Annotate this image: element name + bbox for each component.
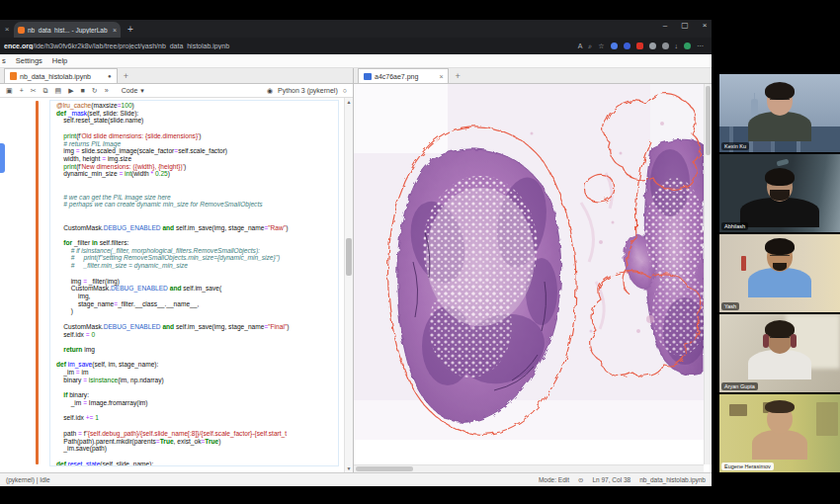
new-tab-button[interactable]: +: [121, 24, 140, 38]
kernel-name[interactable]: Python 3 (pykernel): [278, 87, 338, 94]
code-scrollbar[interactable]: ▲ ▼: [344, 98, 353, 472]
chevron-down-icon: ▾: [140, 87, 144, 95]
participant-figure: [748, 324, 811, 379]
toolbar-icons: ▣+✂⧉▤▶■↻»: [6, 87, 109, 94]
ext-translate-icon[interactable]: [611, 42, 618, 49]
wall-lamp: [777, 159, 790, 167]
notebook-tabbar: nb_data_histolab.ipynb ● +: [0, 68, 353, 84]
image-vscroll-thumb[interactable]: [706, 86, 711, 155]
ext-generic-icon[interactable]: [649, 42, 656, 49]
notebook-tab[interactable]: nb_data_histolab.ipynb ●: [4, 68, 118, 83]
headphones-icon: [763, 334, 769, 348]
participant-name: Yash: [721, 302, 739, 310]
paste-cell-icon[interactable]: ▤: [55, 87, 62, 94]
url-text[interactable]: ence.org/ide/h3w0fv6kr2k8v/lab/tree/proj…: [4, 42, 578, 49]
image-hscroll-thumb[interactable]: [356, 466, 413, 471]
browser-tab-title: nb_data_hist... - JupyterLab: [28, 27, 110, 34]
favorites-icon[interactable]: ☆: [598, 42, 604, 49]
video-tile[interactable]: Eugene Herasimov: [719, 394, 840, 472]
browser-tab-jupyterlab[interactable]: nb_data_hist... - JupyterLab ×: [14, 22, 121, 38]
tab-close-icon[interactable]: ×: [113, 27, 117, 34]
sessions-icon[interactable]: ⊙: [578, 476, 583, 484]
participant-figure: [740, 172, 819, 227]
stop-kernel-icon[interactable]: ■: [81, 87, 85, 94]
video-call-stage: × nb_data_hist... - JupyterLab × + –▢× e…: [0, 0, 840, 504]
kernel-status-icon[interactable]: ○: [343, 87, 347, 94]
debugger-bug-icon[interactable]: ◉: [267, 87, 273, 95]
image-horizontal-scrollbar[interactable]: [354, 464, 704, 472]
histology-image-view[interactable]: [354, 84, 712, 472]
active-cell-indicator: [36, 101, 39, 464]
minimize-icon[interactable]: –: [660, 21, 670, 30]
mode-indicator[interactable]: Mode: Edit: [539, 476, 569, 483]
video-tile[interactable]: Yash: [719, 234, 840, 312]
scroll-up-icon[interactable]: ▲: [345, 99, 353, 105]
close-icon[interactable]: ×: [700, 21, 710, 30]
browser-tabstrip: × nb_data_hist... - JupyterLab × + –▢×: [0, 20, 712, 38]
code-editor[interactable]: @lru_cache(maxsize=100)def _mask(self, s…: [0, 98, 353, 472]
scrollbar-thumb[interactable]: [346, 238, 352, 276]
menu-settings[interactable]: Settings: [16, 56, 42, 65]
more-menu-icon[interactable]: ⋯: [697, 42, 704, 49]
add-cell-icon[interactable]: +: [20, 87, 24, 94]
participant-figure: [748, 242, 811, 297]
notebook-tab-label: nb_data_histolab.ipynb: [20, 73, 91, 80]
image-tab[interactable]: a4c76ae7.png ×: [358, 68, 449, 83]
cut-cell-icon[interactable]: ✂: [31, 87, 37, 94]
participant-strip: Kexin Ku Abhilash: [719, 74, 840, 474]
menu-fragment[interactable]: s: [2, 56, 6, 65]
video-tile[interactable]: Kexin Ku: [719, 74, 840, 152]
browser-addressbar[interactable]: ence.org/ide/h3w0fv6kr2k8v/lab/tree/proj…: [0, 38, 712, 54]
cell-type-value: Code: [122, 87, 138, 94]
download-icon[interactable]: ↓: [675, 42, 679, 49]
kernel-status-text[interactable]: (pykernel) | Idle: [6, 476, 50, 483]
image-viewer-panel: a4c76ae7.png × +: [354, 68, 712, 472]
addressbar-icons: A⌕☆↓⋯: [578, 42, 704, 49]
menu-help[interactable]: Help: [52, 56, 67, 65]
picture-frame: [729, 404, 747, 416]
url-path: /ide/h3w0fv6kr2k8v/lab/tree/project/yash…: [33, 42, 229, 49]
red-object-background: [741, 256, 746, 271]
extensions-puzzle-icon[interactable]: [662, 42, 669, 49]
search-icon[interactable]: ⌕: [588, 42, 592, 49]
run-cell-icon[interactable]: ▶: [68, 87, 73, 94]
image-tabbar: a4c76ae7.png × +: [354, 68, 712, 84]
restart-kernel-icon[interactable]: ↻: [92, 87, 98, 94]
code-content[interactable]: @lru_cache(maxsize=100)def _mask(self, s…: [56, 102, 338, 465]
cursor-position[interactable]: Ln 97, Col 38: [592, 476, 630, 483]
browser-sidebar-handle[interactable]: [0, 143, 5, 173]
participant-name: Abhilash: [721, 222, 748, 230]
image-vertical-scrollbar[interactable]: [704, 84, 712, 464]
image-file-icon: [364, 73, 372, 80]
maximize-icon[interactable]: ▢: [680, 21, 690, 30]
notebook-file-icon: [10, 72, 17, 80]
profile-avatar-icon[interactable]: [684, 42, 691, 49]
notebook-toolbar: ▣+✂⧉▤▶■↻» Code ▾ ◉ Python 3 (pykernel) ○: [0, 84, 353, 98]
statusbar-filename: nb_data_histolab.ipynb: [639, 476, 706, 483]
window-controls: –▢×: [660, 21, 710, 30]
ext-adblock-icon[interactable]: [636, 42, 643, 49]
image-tab-label: a4c76ae7.png: [375, 73, 418, 80]
participant-figure: [752, 404, 807, 460]
read-aloud-icon[interactable]: A: [578, 42, 583, 49]
participant-name: Kexin Ku: [721, 142, 749, 150]
video-tile[interactable]: Aryan Gupta: [719, 314, 840, 392]
cell-type-dropdown[interactable]: Code ▾: [122, 87, 144, 95]
shelf-background: [816, 402, 838, 436]
copy-cell-icon[interactable]: ⧉: [43, 87, 48, 94]
browser-window: × nb_data_hist... - JupyterLab × + –▢× e…: [0, 20, 712, 486]
image-tab-close-icon[interactable]: ×: [439, 73, 443, 80]
participant-name: Aryan Gupta: [721, 382, 758, 390]
participant-name: Eugene Herasimov: [721, 462, 774, 470]
jupyterlab-main: nb_data_histolab.ipynb ● + ▣+✂⧉▤▶■↻» Cod…: [0, 68, 712, 472]
save-icon[interactable]: ▣: [6, 87, 13, 94]
jupyter-favicon: [18, 27, 25, 34]
scroll-down-icon[interactable]: ▼: [345, 465, 353, 471]
run-all-icon[interactable]: »: [105, 87, 109, 94]
new-launcher-button[interactable]: +: [118, 71, 134, 83]
partial-tab-close-icon[interactable]: ×: [0, 25, 14, 38]
unsaved-dot-icon: ●: [108, 73, 112, 79]
image-new-tab-button[interactable]: +: [449, 71, 465, 83]
video-tile[interactable]: Abhilash: [719, 154, 840, 232]
ext-cloud-icon[interactable]: [624, 42, 630, 49]
